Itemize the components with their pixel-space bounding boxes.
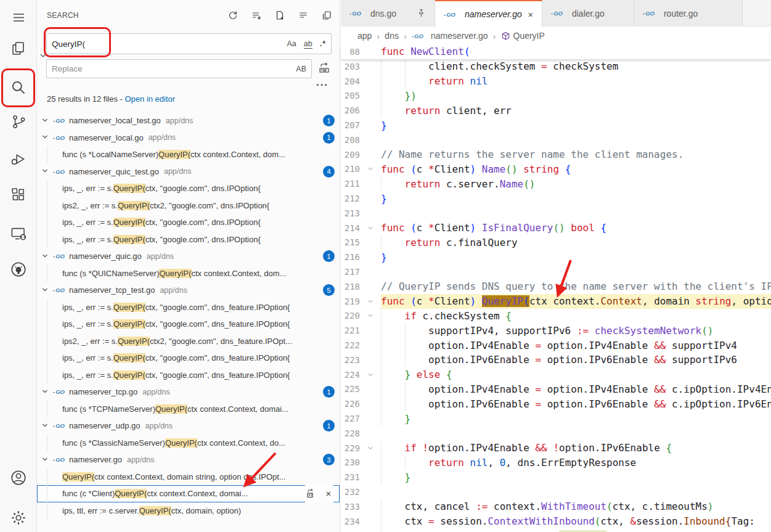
search-result-match-row[interactable]: ips, _, err := s.QueryIP(ctx, "google.co… [37, 350, 340, 367]
clear-search-results-icon[interactable] [251, 10, 262, 21]
fold-chevron-icon[interactable] [360, 298, 381, 305]
pin-icon[interactable] [417, 9, 426, 18]
account-icon[interactable] [0, 463, 36, 493]
search-result-match-row[interactable]: func (s *TCPNameServer) QueryIP(ctx cont… [37, 401, 340, 418]
code-line-203[interactable]: 203 client.checkSystem = checkSystem [341, 59, 771, 74]
code-line-217[interactable]: 217 [341, 264, 771, 279]
search-result-match-row[interactable]: func (s *QUICNameServer) QueryIP(ctx con… [37, 265, 340, 282]
code-line-229[interactable]: 229 if !option.IPv4Enable && !option.IPv… [341, 441, 771, 456]
fold-chevron-icon[interactable] [360, 313, 381, 319]
remote-explorer-icon[interactable] [0, 218, 36, 248]
code-line-219[interactable]: 219func (c *Client) QueryIP(ctx context.… [341, 294, 771, 309]
code-line-207[interactable]: 207} [341, 118, 771, 133]
chevron-down-icon[interactable] [41, 285, 51, 295]
breadcrumb-item-QueryIP[interactable]: QueryIP [501, 31, 545, 41]
open-in-editor-link[interactable]: Open in editor [124, 94, 175, 104]
source-control-icon[interactable] [0, 107, 36, 136]
run-debug-icon[interactable] [0, 144, 36, 173]
code-line-211[interactable]: 211 return c.server.Name() [341, 176, 771, 191]
chevron-down-icon[interactable] [41, 116, 51, 126]
code-line-225[interactable]: 225 option.IPv4Enable = option.IPv4Enabl… [341, 382, 771, 397]
settings-gear-icon[interactable] [0, 503, 36, 532]
search-result-match-row[interactable]: QueryIP(ctx context.Context, domain stri… [37, 469, 340, 486]
fold-chevron-icon[interactable] [360, 225, 381, 231]
breadcrumb-item-nameserver.go[interactable]: GOnameserver.go [412, 31, 488, 41]
search-result-match-row-selected[interactable]: func (c *Client) QueryIP(ctx context.Con… [37, 485, 340, 502]
search-result-file-row[interactable]: GOnameserver_quic.goapp/dns1 [37, 248, 340, 265]
github-icon[interactable] [0, 255, 36, 284]
use-regex-icon[interactable]: .* [320, 39, 326, 48]
search-result-match-row[interactable]: ips, _, err := s.QueryIP(ctx, "google.co… [37, 316, 340, 333]
search-result-match-row[interactable]: ips2, _, err := s.QueryIP(ctx2, "google.… [37, 197, 340, 215]
code-line-231[interactable]: 231 } [341, 470, 771, 485]
chevron-down-icon[interactable] [41, 387, 51, 397]
search-result-match-row[interactable]: ips, _, err := s.QueryIP(ctx, "google.co… [37, 231, 340, 248]
toggle-search-details-icon[interactable]: ··· [316, 79, 328, 91]
replace-match-icon[interactable] [305, 489, 315, 499]
code-line-222[interactable]: 222 option.IPv4Enable = option.IPv4Enabl… [341, 338, 771, 353]
search-result-file-row[interactable]: GOnameserver_tcp.goapp/dns1 [37, 383, 340, 401]
chevron-down-icon[interactable] [41, 455, 51, 465]
code-area[interactable]: 203 client.checkSystem = checkSystem204 … [341, 59, 771, 532]
code-line-221[interactable]: 221 supportIPv4, supportIPv6 := checkSys… [341, 323, 771, 338]
explorer-icon[interactable] [0, 33, 36, 63]
close-tab-icon[interactable]: × [528, 9, 533, 20]
code-line-232[interactable]: 232 [341, 485, 771, 499]
code-line-204[interactable]: 204 return nil [341, 74, 771, 89]
chevron-down-icon[interactable] [41, 133, 51, 142]
tab-dns.go[interactable]: GOdns.go [341, 0, 435, 27]
refresh-icon[interactable] [227, 10, 239, 21]
search-result-match-row[interactable]: ips, ttl, err := c.server.QueryIP(ctx, d… [37, 502, 340, 520]
tab-dialer.go[interactable]: GOdialer.go [542, 0, 634, 27]
collapse-all-icon[interactable] [298, 10, 309, 21]
sticky-scroll-line[interactable]: 88func NewClient( [341, 44, 771, 59]
open-in-editor-panel-icon[interactable] [321, 10, 332, 21]
open-new-search-editor-icon[interactable] [274, 10, 285, 21]
code-line-210[interactable]: 210func (c *Client) Name() string { [341, 162, 771, 177]
fold-chevron-icon[interactable] [360, 445, 381, 451]
chevron-down-icon[interactable] [41, 421, 51, 431]
search-result-file-row[interactable]: GOnameserver_udp.goapp/dns1 [37, 417, 340, 435]
search-input[interactable]: QueryIP( Aa ab .* [46, 33, 332, 54]
search-result-file-row[interactable]: GOnameserver_tcp_test.goapp/dns5 [37, 282, 340, 299]
code-line-215[interactable]: 215 return c.finalQuery [341, 235, 771, 250]
code-line-234[interactable]: 234 ctx = session.ContextWithInbound(ctx… [341, 514, 771, 529]
extensions-icon[interactable] [0, 180, 36, 210]
fold-chevron-icon[interactable] [360, 372, 381, 378]
match-whole-word-icon[interactable]: ab [304, 39, 312, 49]
menu-icon[interactable] [0, 2, 36, 32]
search-result-match-row[interactable]: ips, _, err := s.QueryIP(ctx, "google.co… [37, 367, 340, 384]
code-line-218[interactable]: 218// QueryIP sends DNS query to the nam… [341, 279, 771, 294]
tab-router.go[interactable]: GOrouter.go [634, 0, 743, 27]
search-result-match-row[interactable]: ips, _, err := s.QueryIP(ctx, "google.co… [37, 299, 340, 316]
code-line-220[interactable]: 220 if c.checkSystem { [341, 309, 771, 324]
code-line-227[interactable]: 227 } [341, 411, 771, 426]
search-icon[interactable] [0, 72, 36, 102]
match-case-icon[interactable]: Aa [287, 39, 296, 48]
code-line-212[interactable]: 212} [341, 191, 771, 206]
replace-all-icon[interactable] [317, 62, 332, 76]
search-result-file-row[interactable]: GOnameserver_quic_test.goapp/dns4 [37, 163, 340, 181]
chevron-down-icon[interactable] [41, 252, 51, 261]
code-line-233[interactable]: 233 ctx, cancel := context.WithTimeout(c… [341, 499, 771, 514]
search-result-match-row[interactable]: ips2, _, err := s.QueryIP(ctx2, "google.… [37, 333, 340, 350]
code-line-224[interactable]: 224 } else { [341, 367, 771, 382]
code-line-230[interactable]: 230 return nil, 0, dns.ErrEmptyResponse [341, 456, 771, 470]
breadcrumb-item-dns[interactable]: dns [385, 31, 399, 41]
code-line-206[interactable]: 206 return client, err [341, 103, 771, 118]
replace-input[interactable]: Replace AB [46, 59, 312, 78]
code-line-208[interactable]: 208 [341, 133, 771, 147]
tab-nameserver.go[interactable]: GOnameserver.go× [435, 0, 542, 27]
search-result-file-row[interactable]: GOnameserver_local_test.goapp/dns1 [37, 112, 340, 129]
code-line-223[interactable]: 223 option.IPv6Enable = option.IPv6Enabl… [341, 353, 771, 367]
sticky-code-line[interactable]: 88func NewClient( [341, 44, 771, 59]
dismiss-match-icon[interactable]: × [324, 489, 333, 499]
code-line-205[interactable]: 205 }) [341, 89, 771, 104]
code-line-214[interactable]: 214func (c *Client) IsFinalQuery() bool … [341, 221, 771, 235]
code-line-235[interactable]: 235 ips, ttl, err := c.server.QueryIP(ct… [341, 529, 771, 532]
code-line-216[interactable]: 216} [341, 250, 771, 264]
search-result-match-row[interactable]: func (s *ClassicNameServer) QueryIP(ctx … [37, 435, 340, 452]
search-result-file-row[interactable]: GOnameserver.goapp/dns3 [37, 451, 340, 469]
code-line-209[interactable]: 209// Name returns the server name the c… [341, 147, 771, 162]
preserve-case-icon[interactable]: AB [296, 65, 306, 73]
